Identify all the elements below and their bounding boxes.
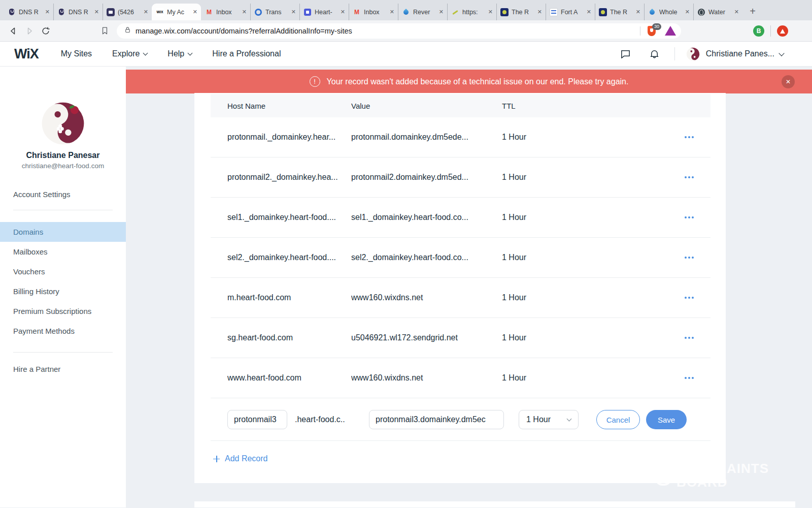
wix-favicon [156, 8, 164, 16]
banner-close-icon[interactable]: ✕ [782, 75, 795, 88]
host-domain-suffix: .heart-food.c.. [295, 398, 345, 441]
tab-close-icon[interactable]: ✕ [45, 9, 50, 15]
browser-tab[interactable]: https: ✕ [447, 4, 496, 20]
browser-tab[interactable]: My Ac ✕ [152, 4, 201, 20]
browser-tab[interactable]: Water ✕ [693, 4, 742, 20]
sidebar-item[interactable]: Vouchers [0, 262, 126, 281]
divider [640, 26, 640, 36]
ttl-cell: 1 Hour [502, 333, 526, 342]
forward-icon[interactable] [21, 23, 38, 39]
tab-close-icon[interactable]: ✕ [488, 9, 493, 15]
browser-tab-strip: DNS R ✕ DNS R ✕ (5426 ✕ My Ac ✕ [0, 0, 812, 20]
ttl-cell: 1 Hour [502, 133, 526, 142]
sidebar-item-account-settings[interactable]: Account Settings [13, 190, 126, 199]
host-name-input[interactable] [227, 410, 287, 429]
browser-tab[interactable]: Heart- ✕ [299, 4, 349, 20]
error-banner: Your record wasn't added because of a te… [126, 70, 812, 93]
browser-tab[interactable]: Inbox ✕ [349, 4, 398, 20]
tab-title: Rever [413, 9, 436, 16]
row-menu-icon[interactable] [688, 136, 690, 138]
ttl-cell: 1 Hour [502, 253, 526, 262]
tab-close-icon[interactable]: ✕ [291, 9, 296, 15]
tab-close-icon[interactable]: ✕ [242, 9, 247, 15]
url-text[interactable]: manage.wix.com/account/domains?referralA… [136, 27, 634, 35]
value-cell: sel2._domainkey.heart-food.co... [351, 253, 502, 262]
row-menu-icon[interactable] [688, 377, 690, 379]
navy-emblem-icon [599, 8, 607, 16]
gmail-icon [205, 8, 213, 16]
tab-close-icon[interactable]: ✕ [94, 9, 99, 15]
protonmail-icon [57, 8, 65, 16]
new-tab-button[interactable]: + [746, 4, 760, 18]
blue-ring-icon [254, 8, 262, 16]
ttl-dropdown[interactable]: 1 Hour [519, 410, 579, 429]
record-value-input[interactable] [369, 410, 504, 429]
sidebar-item[interactable]: Premium Subscriptions [0, 301, 126, 321]
tab-close-icon[interactable]: ✕ [636, 9, 640, 15]
tab-close-icon[interactable]: ✕ [734, 9, 739, 15]
brave-shield-icon[interactable]: 30 [647, 25, 657, 37]
sidebar-item-hire-a-partner[interactable]: Hire a Partner [13, 365, 126, 373]
dns-record-row: sel2._domainkey.heart-food.... sel2._dom… [211, 238, 710, 278]
row-menu-icon[interactable] [688, 176, 690, 178]
sidebar-item[interactable]: Domains [0, 222, 126, 242]
dns-record-row: protonmail2._domainkey.hea... protonmail… [211, 157, 710, 198]
back-icon[interactable] [5, 23, 21, 39]
bell-icon[interactable] [649, 48, 660, 60]
sidebar-item[interactable]: Billing History [0, 281, 126, 301]
add-record-button[interactable]: Add Record [211, 441, 710, 463]
tab-close-icon[interactable]: ✕ [341, 9, 345, 15]
tab-close-icon[interactable]: ✕ [685, 9, 690, 15]
nav-help[interactable]: Help [167, 49, 192, 58]
row-menu-icon[interactable] [688, 337, 690, 339]
row-menu-icon[interactable] [688, 257, 690, 259]
reload-icon[interactable] [38, 23, 54, 39]
tab-title: Trans [265, 9, 288, 16]
wix-logo[interactable]: WiX [14, 46, 39, 62]
value-cell: protonmail.domainkey.dm5ede... [351, 133, 502, 142]
browser-tab[interactable]: DNS R ✕ [4, 4, 53, 20]
heart-app-icon [303, 8, 312, 16]
browser-tab[interactable]: Rever ✕ [398, 4, 447, 20]
row-menu-icon[interactable] [688, 216, 690, 218]
tab-close-icon[interactable]: ✕ [587, 9, 591, 15]
avatar[interactable] [686, 47, 700, 61]
tab-close-icon[interactable]: ✕ [144, 9, 148, 15]
save-button[interactable]: Save [646, 410, 687, 429]
sidebar-item[interactable]: Mailboxes [0, 242, 126, 262]
tab-close-icon[interactable]: ✕ [537, 9, 542, 15]
extension-b-badge[interactable]: B [753, 25, 764, 37]
browser-tab[interactable]: DNS R ✕ [53, 4, 103, 20]
tab-close-icon[interactable]: ✕ [439, 9, 444, 15]
chevron-down-icon[interactable] [779, 50, 784, 56]
browser-tab[interactable]: The R ✕ [595, 4, 644, 20]
tab-close-icon[interactable]: ✕ [193, 9, 197, 15]
brave-rewards-icon[interactable] [777, 25, 788, 37]
bat-triangle-icon[interactable] [665, 26, 676, 36]
tab-close-icon[interactable]: ✕ [390, 9, 394, 15]
browser-tab[interactable]: Fort A ✕ [546, 4, 595, 20]
cancel-button[interactable]: Cancel [596, 410, 640, 429]
browser-tab[interactable]: (5426 ✕ [103, 4, 152, 20]
browser-tab[interactable]: Inbox ✕ [201, 4, 250, 20]
chat-icon[interactable] [620, 48, 631, 60]
host-name-cell: sg.heart-food.com [211, 333, 351, 342]
nav-my-sites[interactable]: My Sites [61, 49, 92, 58]
value-cell: u5046921.wl172.sendgrid.net [351, 333, 502, 342]
nav-explore[interactable]: Explore [112, 49, 147, 58]
bookmark-icon[interactable] [96, 23, 113, 39]
address-bar[interactable]: manage.wix.com/account/domains?referralA… [117, 23, 681, 39]
host-name-cell: sel2._domainkey.heart-food.... [211, 253, 351, 262]
sidebar-item[interactable]: Payment Methods [0, 321, 126, 341]
browser-tab[interactable]: Trans ✕ [250, 4, 299, 20]
row-menu-icon[interactable] [688, 297, 690, 299]
browser-tab[interactable]: Whole ✕ [644, 4, 693, 20]
column-header-host-name: Host Name [211, 102, 351, 110]
gmail-icon [353, 8, 361, 16]
quill-icon [451, 8, 459, 16]
account-name[interactable]: Christiane Panes... [706, 49, 774, 58]
browser-tab[interactable]: The R ✕ [496, 4, 546, 20]
nav-hire-a-professional[interactable]: Hire a Professional [212, 49, 281, 58]
tab-title: DNS R [69, 9, 91, 16]
dns-record-row: protonmail._domainkey.hear... protonmail… [211, 117, 710, 157]
